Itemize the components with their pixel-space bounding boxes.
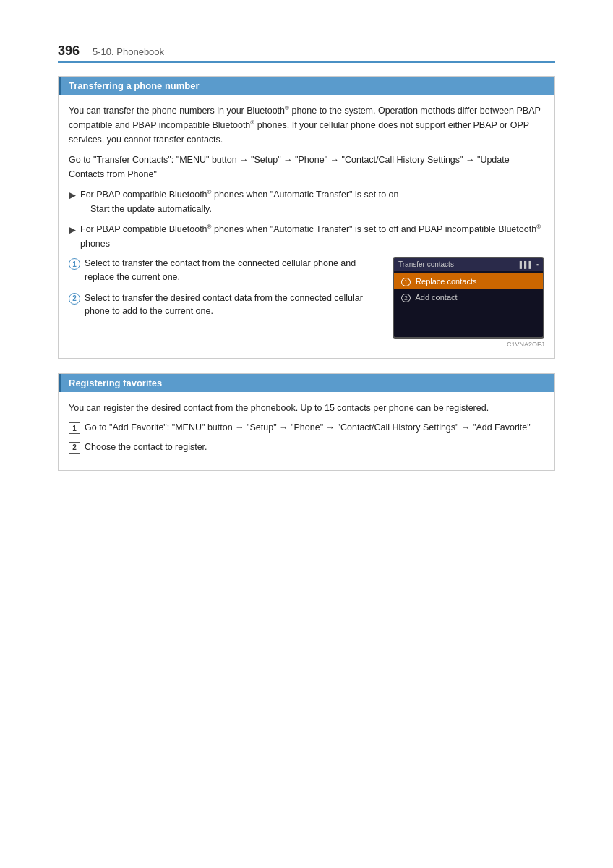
phone-menu-add: 2 Add contact (394, 289, 543, 305)
page-section-title: 5-10. Phonebook (93, 46, 164, 57)
phone-status-icons: ▌▌▌ ▪ (520, 261, 539, 268)
square-num-1: 1 (69, 422, 80, 434)
phone-screen-body: 1 Replace contacts 2 Add contact (394, 271, 543, 337)
section-favorites-heading: Registering favorites (59, 374, 554, 392)
bullet-item-2: ▶ For PBAP compatible Bluetooth® phones … (69, 222, 544, 251)
circle-num-2: 2 (69, 293, 80, 305)
page-number: 396 (58, 43, 80, 59)
section-favorites: Registering favorites You can register t… (58, 373, 555, 471)
square-item-1: 1 Go to "Add Favorite": "MENU" button → … (69, 421, 544, 435)
bullet-text-2: For PBAP compatible Bluetooth® phones wh… (80, 222, 544, 251)
signal-icon: ▌▌▌ (520, 261, 533, 268)
page-header: 396 5-10. Phonebook (58, 43, 555, 63)
phone-menu-replace: 1 Replace contacts (394, 273, 543, 289)
section-transferring-content: You can transfer the phone numbers in yo… (59, 95, 554, 358)
section-transferring-heading: Transferring a phone number (59, 77, 554, 95)
square-text-1: Go to "Add Favorite": "MENU" button → "S… (85, 421, 531, 435)
para-intro: You can transfer the phone numbers in yo… (69, 103, 544, 147)
phone-caption: C1VNA2OFJ (393, 339, 544, 348)
battery-icon: ▪ (536, 261, 539, 268)
bullet-item-1: ▶ For PBAP compatible Bluetooth® phones … (69, 187, 544, 216)
bullet-text-1: For PBAP compatible Bluetooth® phones wh… (80, 187, 544, 216)
circle-num-1: 1 (69, 258, 80, 270)
page-container: 396 5-10. Phonebook Transferring a phone… (0, 0, 613, 868)
section-favorites-content: You can register the desired contact fro… (59, 392, 554, 470)
circle-item-2: 2 Select to transfer the desired contact… (69, 292, 381, 319)
para-goto: Go to "Transfer Contacts": "MENU" button… (69, 153, 544, 182)
para-favorites-intro: You can register the desired contact fro… (69, 401, 544, 415)
circle-text-1: Select to transfer the contact from the … (85, 257, 381, 284)
bullet-arrow-1: ▶ (69, 188, 76, 203)
circle-item-1: 1 Select to transfer the contact from th… (69, 257, 381, 284)
square-item-2: 2 Choose the contact to register. (69, 441, 544, 454)
square-num-2: 2 (69, 442, 80, 454)
phone-screen-mockup: Transfer contacts ▌▌▌ ▪ 1 Replace contac… (393, 257, 544, 339)
phone-title-text: Transfer contacts (398, 260, 454, 268)
circle-text-2: Select to transfer the desired contact d… (85, 292, 381, 319)
bullet-arrow-2: ▶ (69, 223, 76, 237)
two-col-left: 1 Select to transfer the contact from th… (69, 257, 381, 348)
square-text-2: Choose the contact to register. (85, 441, 207, 454)
section-transferring: Transferring a phone number You can tran… (58, 76, 555, 359)
phone-titlebar: Transfer contacts ▌▌▌ ▪ (394, 258, 543, 271)
two-col-right: Transfer contacts ▌▌▌ ▪ 1 Replace contac… (393, 257, 544, 348)
two-col-layout: 1 Select to transfer the contact from th… (69, 257, 544, 348)
